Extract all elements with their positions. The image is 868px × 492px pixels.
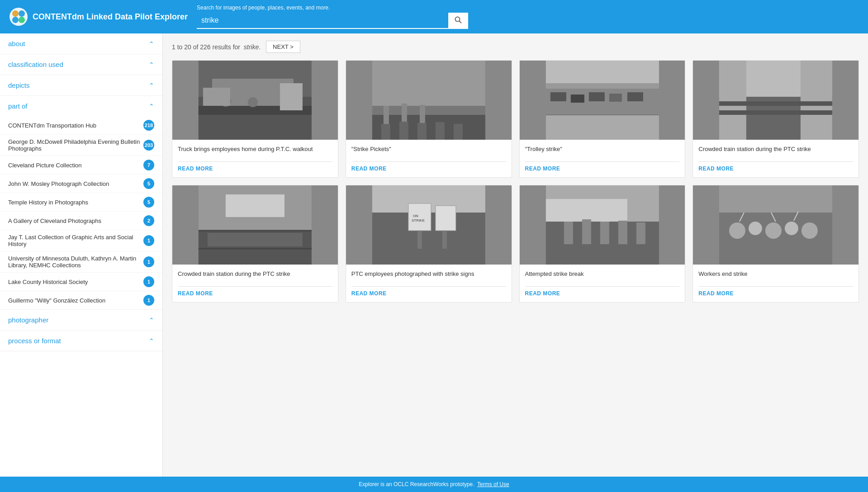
- sidebar-section-format-header[interactable]: process or format ⌃: [0, 331, 162, 351]
- sidebar-section-about-header[interactable]: about ⌃: [0, 33, 162, 54]
- sidebar-item-badge: 1: [143, 295, 154, 306]
- search-icon: [455, 16, 462, 24]
- read-more-button[interactable]: READ MORE: [351, 166, 506, 172]
- sidebar-item-partof[interactable]: Temple History in Photographs5: [0, 193, 162, 212]
- sidebar-item-partof[interactable]: University of Minnesota Duluth, Kathryn …: [0, 251, 162, 273]
- sidebar-item-partof[interactable]: Guillermo "Willy" González Collection1: [0, 291, 162, 309]
- card-body: Attempted strike breakREAD MORE: [520, 265, 685, 302]
- svg-rect-23: [454, 124, 463, 140]
- card-title: "Trolley strike": [525, 145, 680, 153]
- app-header: CONTENTdm Linked Data Pilot Explorer Sea…: [0, 0, 868, 33]
- read-more-button[interactable]: READ MORE: [525, 166, 680, 172]
- svg-point-12: [235, 95, 244, 104]
- svg-rect-20: [399, 122, 408, 140]
- svg-rect-63: [545, 199, 627, 222]
- terms-of-use-link[interactable]: Terms of Use: [477, 481, 509, 487]
- search-area: Search for images of people, places, eve…: [197, 5, 468, 29]
- result-card: "Trolley strike"READ MORE: [519, 60, 686, 178]
- sidebar-partof-label: part of: [8, 102, 28, 110]
- sidebar-section-depicts-header[interactable]: depicts ⌃: [0, 75, 162, 95]
- search-row: [197, 13, 468, 29]
- sidebar-item-partof[interactable]: Lake County Historical Society1: [0, 273, 162, 291]
- footer-text: Explorer is an OCLC ResearchWorks protot…: [359, 481, 474, 487]
- read-more-button[interactable]: READ MORE: [525, 290, 680, 297]
- search-input[interactable]: [197, 13, 448, 29]
- sidebar-item-badge: 203: [143, 140, 154, 151]
- svg-point-1: [12, 10, 19, 17]
- card-title: Crowded train station during the PTC str…: [178, 270, 332, 278]
- card-divider: [178, 161, 332, 162]
- sidebar-format-label: process or format: [8, 337, 61, 345]
- svg-point-76: [802, 222, 818, 239]
- result-card: Crowded train station during the PTC str…: [693, 60, 859, 178]
- svg-rect-21: [417, 123, 427, 140]
- chevron-up-icon-format: ⌃: [149, 337, 154, 345]
- results-query: strike: [244, 43, 259, 51]
- card-body: "Strike Pickets"READ MORE: [346, 140, 512, 177]
- card-divider: [698, 161, 853, 162]
- read-more-button[interactable]: READ MORE: [698, 166, 853, 172]
- card-divider: [178, 286, 332, 287]
- sidebar-section-about: about ⌃: [0, 33, 162, 54]
- next-button[interactable]: NEXT >: [266, 41, 300, 53]
- result-card: Truck brings employees home during P.T.C…: [172, 60, 338, 178]
- sidebar-item-partof[interactable]: CONTENTdm Transportation Hub218: [0, 116, 162, 135]
- sidebar-item-badge: 1: [143, 276, 154, 287]
- svg-text:STRIKE: STRIKE: [412, 218, 425, 222]
- card-image: [693, 185, 859, 265]
- sidebar-item-badge: 7: [143, 160, 154, 170]
- svg-rect-54: [408, 203, 431, 231]
- read-more-button[interactable]: READ MORE: [178, 290, 332, 297]
- svg-rect-47: [226, 194, 285, 217]
- read-more-button[interactable]: READ MORE: [698, 290, 853, 297]
- sidebar-item-label: Temple History in Photographs: [8, 199, 88, 206]
- card-image: [172, 61, 338, 140]
- svg-rect-24: [384, 106, 389, 124]
- svg-rect-14: [203, 88, 230, 106]
- svg-point-2: [19, 10, 25, 17]
- results-count-text: 1 to 20 of 226 results for: [172, 43, 240, 51]
- sidebar-item-badge: 5: [143, 197, 154, 208]
- partof-items-container: CONTENTdm Transportation Hub218George D.…: [0, 116, 162, 309]
- card-title: Workers end strike: [698, 270, 853, 278]
- sidebar-item-label: Guillermo "Willy" González Collection: [8, 297, 105, 304]
- svg-rect-30: [550, 92, 566, 101]
- svg-point-74: [765, 222, 782, 239]
- result-card: Crowded train station during the PTC str…: [172, 185, 338, 303]
- svg-rect-22: [436, 122, 445, 140]
- sidebar-item-partof[interactable]: Jay T. Last Collection of Graphic Arts a…: [0, 230, 162, 251]
- search-button[interactable]: [448, 13, 468, 29]
- sidebar-section-partof-header[interactable]: part of ⌃: [0, 96, 162, 116]
- card-image: ON STRIKE: [346, 185, 512, 265]
- app-footer: Explorer is an OCLC ResearchWorks protot…: [0, 477, 868, 492]
- read-more-button[interactable]: READ MORE: [178, 166, 332, 172]
- sidebar-item-label: Cleveland Picture Collection: [8, 162, 82, 169]
- sidebar-item-badge: 1: [143, 235, 154, 246]
- sidebar-item-partof[interactable]: Cleveland Picture Collection7: [0, 156, 162, 175]
- sidebar-section-classification-header[interactable]: classification used ⌃: [0, 54, 162, 75]
- chevron-up-icon: ⌃: [149, 40, 154, 47]
- sidebar-item-badge: 218: [143, 120, 154, 131]
- result-card: Workers end strikeREAD MORE: [693, 185, 859, 303]
- svg-point-5: [455, 17, 460, 22]
- chevron-up-icon-depicts: ⌃: [149, 82, 154, 89]
- sidebar-item-partof[interactable]: John W. Mosley Photograph Collection5: [0, 175, 162, 193]
- sidebar-section-photographer-header[interactable]: photographer ⌃: [0, 310, 162, 330]
- card-divider: [525, 286, 680, 287]
- card-body: Workers end strikeREAD MORE: [693, 265, 859, 302]
- sidebar-item-label: CONTENTdm Transportation Hub: [8, 122, 96, 129]
- sidebar-item-partof[interactable]: George D. McDowell Philadelphia Evening …: [0, 135, 162, 156]
- brand-logo: [9, 7, 28, 26]
- card-image: [346, 61, 512, 140]
- sidebar-item-partof[interactable]: A Gallery of Cleveland Photographs2: [0, 212, 162, 230]
- sidebar-item-badge: 2: [143, 215, 154, 226]
- svg-rect-65: [582, 219, 591, 244]
- svg-point-3: [12, 17, 19, 23]
- card-title: Attempted strike break: [525, 270, 680, 278]
- results-grid: Truck brings employees home during P.T.C…: [172, 60, 859, 303]
- card-image: [520, 61, 685, 140]
- svg-rect-31: [570, 95, 584, 103]
- card-title: "Strike Pickets": [351, 145, 506, 153]
- read-more-button[interactable]: READ MORE: [351, 290, 506, 297]
- sidebar-about-label: about: [8, 40, 25, 47]
